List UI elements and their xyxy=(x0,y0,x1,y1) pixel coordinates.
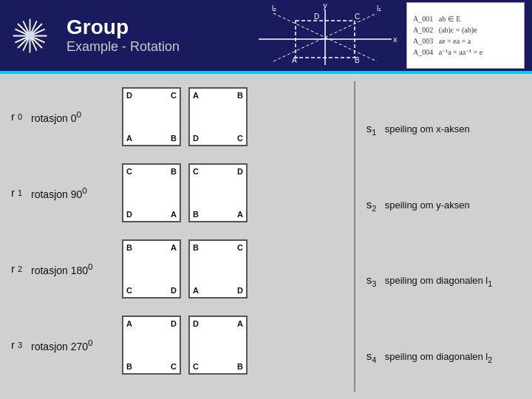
rotation-label-2: r2 rotasjon 1800 xyxy=(11,262,115,276)
svg-text:D: D xyxy=(314,13,319,21)
rotation-text-0: rotasjon 00 xyxy=(28,109,81,124)
rotation-label-0: r0 rotasjon 00 xyxy=(11,109,115,124)
svg-text:x: x xyxy=(393,35,398,44)
square-r1-left: C B D A xyxy=(122,163,181,222)
symmetry-label-1: s1 speiling om x-aksen xyxy=(366,122,507,137)
symmetry-row-2: s2 speiling om y-aksen xyxy=(366,171,521,241)
header-logo-area xyxy=(0,0,59,71)
main-content: r0 rotasjon 00 D C A B A B D C r1 rotasj… xyxy=(0,74,532,399)
symmetry-label-4: s4 speiling om diagonalen l2 xyxy=(366,349,507,364)
symmetry-label-3: s3 speiling om diagonalen l1 xyxy=(366,273,507,288)
rotation-label-3: r3 rotasjon 2700 xyxy=(11,338,115,352)
square-r2-right: B C A D xyxy=(188,239,248,299)
square-r0-left: D C A B xyxy=(122,87,181,146)
rotation-text-1: rotasjon 900 xyxy=(28,185,87,200)
rotation-row-1: r1 rotasjon 900 C B D A C D B A xyxy=(11,157,343,228)
square-r3-left: A D B C xyxy=(122,316,181,375)
svg-text:B: B xyxy=(355,56,360,64)
header: Group Example - Rotation y x l₁ l₂ D C A… xyxy=(0,0,532,74)
formulas-box: A_001 ab ∈ E A_002 (ab)c = (ab)e A_003 a… xyxy=(406,2,525,69)
svg-text:l₂: l₂ xyxy=(272,4,276,13)
symmetry-label-2: s2 speiling om y-aksen xyxy=(366,198,507,213)
symmetry-row-3: s3 speiling om diagonalen l1 xyxy=(366,246,521,316)
symmetry-text-1: speiling om x-aksen xyxy=(382,123,470,134)
rotation-label-1: r1 rotasjon 900 xyxy=(11,185,115,200)
rotation-row-2: r2 rotasjon 1800 B A C D B C A D xyxy=(11,233,343,304)
svg-text:A': A' xyxy=(292,56,299,64)
svg-text:C: C xyxy=(355,13,360,21)
page-subtitle: Example - Rotation xyxy=(66,39,251,55)
symmetry-text-2: speiling om y-aksen xyxy=(382,200,470,211)
page-title: Group xyxy=(66,16,251,39)
starburst-icon xyxy=(10,16,50,56)
symmetry-text-3: speiling om diagonalen l1 xyxy=(382,275,492,286)
symmetries-panel: s1 speiling om x-aksen s2 speiling om y-… xyxy=(355,74,532,399)
rotations-panel: r0 rotasjon 00 D C A B A B D C r1 rotasj… xyxy=(0,74,354,399)
square-r2-left: B A C D xyxy=(122,239,181,299)
rotation-row-3: r3 rotasjon 2700 A D B C D A C B xyxy=(11,310,343,380)
symmetry-row-1: s1 speiling om x-aksen xyxy=(366,95,521,165)
square-r1-right: C D B A xyxy=(188,163,248,222)
svg-text:l₁: l₁ xyxy=(377,4,381,13)
header-title-block: Group Example - Rotation xyxy=(59,16,251,55)
symmetry-text-4: speiling om diagonalen l2 xyxy=(382,351,492,362)
formula-1: A_001 ab ∈ E A_002 (ab)c = (ab)e A_003 a… xyxy=(413,13,518,58)
header-diagram: y x l₁ l₂ D C A' B xyxy=(251,2,399,69)
square-r0-right: A B D C xyxy=(188,87,248,146)
symmetry-row-4: s4 speiling om diagonalen l2 xyxy=(366,322,521,392)
rotation-text-2: rotasjon 1800 xyxy=(28,262,92,276)
coordinate-diagram: y x l₁ l₂ D C A' B xyxy=(251,2,399,69)
rotation-text-3: rotasjon 2700 xyxy=(28,338,92,352)
svg-point-8 xyxy=(26,32,33,38)
rotation-row-0: r0 rotasjon 00 D C A B A B D C xyxy=(11,81,343,151)
square-r3-right: D A C B xyxy=(188,316,248,375)
svg-text:y: y xyxy=(323,2,327,10)
